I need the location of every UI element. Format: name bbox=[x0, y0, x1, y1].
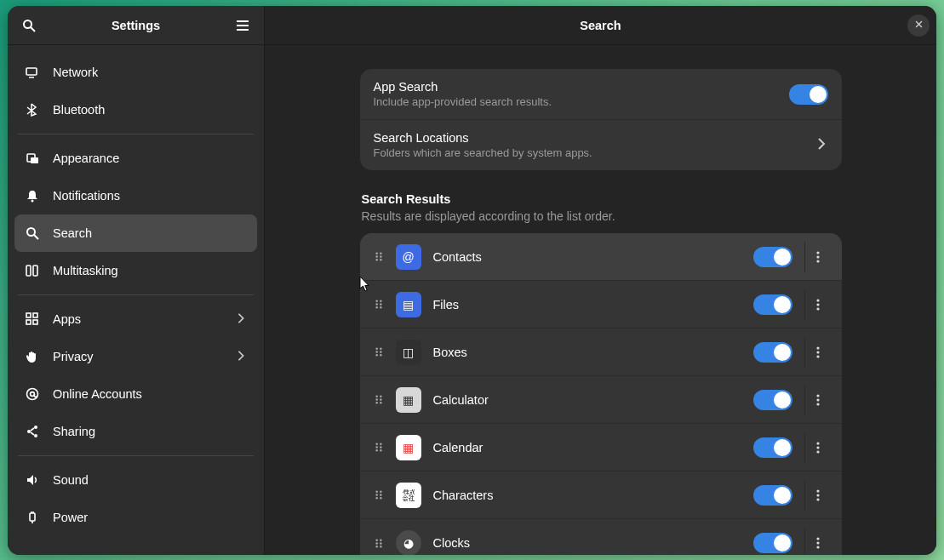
search-settings-group: App Search Include app-provided search r… bbox=[360, 69, 842, 170]
contacts-toggle[interactable] bbox=[753, 247, 792, 267]
app-name-label: Boxes bbox=[433, 346, 753, 359]
drag-handle-icon[interactable] bbox=[372, 537, 387, 550]
app-search-row[interactable]: App Search Include app-provided search r… bbox=[360, 69, 842, 120]
power-icon bbox=[25, 510, 40, 525]
boxes-toggle[interactable] bbox=[753, 342, 792, 363]
sidebar-item-label: Power bbox=[53, 511, 88, 524]
app-name-label: Clocks bbox=[433, 536, 753, 550]
search-result-files[interactable]: ▤Files bbox=[360, 281, 842, 329]
files-app-icon: ▤ bbox=[396, 292, 421, 317]
search-results-list: @Contacts▤Files◫Boxes▦Calculator▦Calenda… bbox=[360, 233, 842, 555]
sidebar-item-label: Network bbox=[53, 66, 98, 79]
calculator-menu-button[interactable] bbox=[804, 385, 832, 415]
sidebar-item-appearance[interactable]: Appearance bbox=[14, 140, 257, 177]
hamburger-icon bbox=[235, 18, 250, 33]
drag-handle-icon[interactable] bbox=[372, 346, 387, 358]
search-locations-title: Search Locations bbox=[374, 131, 808, 145]
sidebar-item-label: Multitasking bbox=[53, 264, 118, 277]
sidebar-title: Settings bbox=[43, 19, 228, 32]
sidebar-search-button[interactable] bbox=[14, 11, 43, 40]
boxes-app-icon: ◫ bbox=[396, 340, 421, 365]
calendar-menu-button[interactable] bbox=[804, 432, 832, 463]
search-result-boxes[interactable]: ◫Boxes bbox=[360, 329, 842, 376]
search-result-clocks[interactable]: ◕Clocks bbox=[360, 519, 842, 555]
drag-handle-icon[interactable] bbox=[372, 250, 387, 263]
sidebar-item-label: Appearance bbox=[53, 151, 119, 165]
calculator-toggle[interactable] bbox=[753, 390, 792, 410]
appearance-icon bbox=[25, 151, 40, 166]
app-name-label: Characters bbox=[433, 489, 753, 502]
sidebar-nav: NetworkBluetoothAppearanceNotificationsS… bbox=[8, 45, 264, 555]
sidebar-header: Settings bbox=[8, 6, 264, 45]
apps-icon bbox=[25, 311, 40, 327]
privacy-icon bbox=[25, 349, 40, 364]
calculator-app-icon: ▦ bbox=[396, 387, 421, 413]
settings-window: Settings NetworkBluetoothAppearanceNotif… bbox=[8, 6, 936, 555]
chevron-right-icon bbox=[235, 312, 247, 327]
app-name-label: Calculator bbox=[433, 393, 753, 407]
main-panel: Search App Search Include app-provided s… bbox=[265, 6, 936, 555]
chevron-right-icon bbox=[235, 350, 247, 364]
sidebar-item-label: Privacy bbox=[53, 350, 94, 363]
characters-menu-button[interactable] bbox=[804, 480, 832, 511]
search-icon bbox=[25, 226, 40, 241]
main-body: App Search Include app-provided search r… bbox=[265, 45, 936, 555]
app-name-label: Calendar bbox=[433, 441, 753, 454]
network-icon bbox=[25, 65, 40, 80]
sidebar-item-label: Sound bbox=[53, 473, 89, 487]
page-title: Search bbox=[294, 19, 907, 32]
app-search-title: App Search bbox=[374, 80, 789, 94]
characters-toggle[interactable] bbox=[753, 485, 792, 506]
sidebar-item-online-accounts[interactable]: Online Accounts bbox=[14, 375, 257, 413]
content: App Search Include app-provided search r… bbox=[360, 69, 842, 531]
sidebar-item-notifications[interactable]: Notifications bbox=[14, 177, 257, 214]
sidebar-item-label: Bluetooth bbox=[53, 103, 105, 117]
sidebar-item-power[interactable]: Power bbox=[14, 499, 257, 536]
sidebar-item-sharing[interactable]: Sharing bbox=[14, 413, 257, 450]
clocks-menu-button[interactable] bbox=[804, 528, 832, 555]
files-menu-button[interactable] bbox=[804, 289, 832, 320]
search-icon bbox=[21, 18, 37, 33]
contacts-menu-button[interactable] bbox=[804, 242, 832, 272]
sidebar-menu-button[interactable] bbox=[228, 11, 257, 40]
sidebar-item-multitasking[interactable]: Multitasking bbox=[14, 252, 257, 289]
clocks-toggle[interactable] bbox=[753, 533, 792, 553]
sidebar-item-sound[interactable]: Sound bbox=[14, 461, 257, 499]
characters-app-icon: ㍿ bbox=[396, 483, 421, 508]
drag-handle-icon[interactable] bbox=[372, 441, 387, 454]
sidebar-item-bluetooth[interactable]: Bluetooth bbox=[14, 91, 257, 129]
app-name-label: Contacts bbox=[433, 250, 753, 264]
chevron-right-icon bbox=[815, 137, 828, 154]
notifications-icon bbox=[25, 188, 40, 203]
app-name-label: Files bbox=[433, 298, 753, 311]
search-result-contacts[interactable]: @Contacts bbox=[360, 233, 842, 281]
drag-handle-icon[interactable] bbox=[372, 393, 387, 406]
sidebar-item-label: Sharing bbox=[53, 425, 95, 438]
search-result-characters[interactable]: ㍿Characters bbox=[360, 471, 842, 519]
sidebar: Settings NetworkBluetoothAppearanceNotif… bbox=[8, 6, 265, 555]
search-results-heading: Search Results bbox=[360, 192, 842, 206]
sidebar-item-search[interactable]: Search bbox=[14, 214, 257, 252]
drag-handle-icon[interactable] bbox=[372, 489, 387, 501]
drag-handle-icon[interactable] bbox=[372, 298, 387, 311]
calendar-toggle[interactable] bbox=[753, 437, 792, 458]
contacts-app-icon: @ bbox=[396, 244, 421, 270]
search-result-calculator[interactable]: ▦Calculator bbox=[360, 376, 842, 424]
search-locations-subtitle: Folders which are searched by system app… bbox=[374, 146, 808, 159]
bluetooth-icon bbox=[25, 102, 40, 117]
search-results-subheading: Results are displayed according to the l… bbox=[360, 209, 842, 223]
app-search-toggle[interactable] bbox=[789, 84, 828, 105]
sidebar-item-apps[interactable]: Apps bbox=[14, 300, 257, 338]
search-result-calendar[interactable]: ▦Calendar bbox=[360, 424, 842, 471]
sidebar-item-privacy[interactable]: Privacy bbox=[14, 338, 257, 375]
close-button[interactable] bbox=[907, 14, 930, 37]
close-icon bbox=[914, 19, 924, 31]
multitasking-icon bbox=[25, 263, 40, 278]
sound-icon bbox=[25, 472, 40, 488]
boxes-menu-button[interactable] bbox=[804, 337, 832, 368]
files-toggle[interactable] bbox=[753, 294, 792, 315]
sidebar-item-label: Notifications bbox=[53, 189, 120, 203]
sidebar-item-network[interactable]: Network bbox=[14, 54, 257, 91]
online-accounts-icon bbox=[25, 386, 40, 402]
search-locations-row[interactable]: Search Locations Folders which are searc… bbox=[360, 120, 842, 170]
